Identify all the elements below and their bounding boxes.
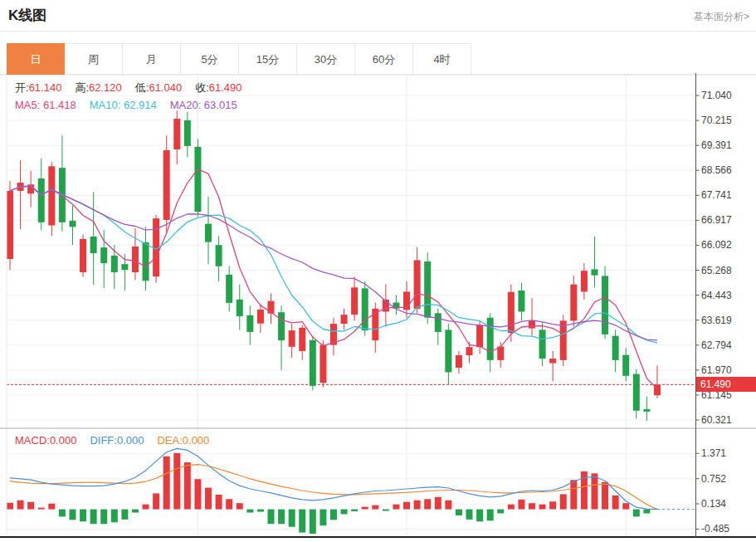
- macd-readout: MACD:0.000: [15, 434, 76, 447]
- svg-text:69.391: 69.391: [701, 139, 732, 151]
- close-readout: 收:61.490: [195, 81, 241, 95]
- dea-readout: DEA:0.000: [157, 434, 209, 447]
- svg-text:67.741: 67.741: [701, 189, 732, 201]
- svg-text:66.917: 66.917: [701, 214, 732, 226]
- svg-text:71.040: 71.040: [701, 90, 732, 101]
- tab-15min[interactable]: 15分: [239, 43, 297, 75]
- svg-text:60.321: 60.321: [701, 414, 732, 426]
- open-readout: 开:61.140: [15, 81, 61, 95]
- ma5-readout: MA5: 61.418: [15, 99, 76, 111]
- tab-5min[interactable]: 5分: [181, 43, 239, 75]
- ohlc-readout: 开:61.140 高:62.120 低:61.040 收:61.490: [15, 81, 242, 95]
- svg-text:1.371: 1.371: [701, 447, 726, 459]
- period-tabs: 日 周 月 5分 15分 30分 60分 4时: [7, 43, 471, 75]
- svg-text:70.215: 70.215: [701, 115, 732, 126]
- high-readout: 高:62.120: [75, 81, 121, 95]
- tab-month[interactable]: 月: [123, 43, 181, 75]
- diff-readout: DIFF:0.000: [90, 434, 144, 447]
- tab-week[interactable]: 周: [65, 43, 123, 75]
- svg-text:-0.485: -0.485: [701, 523, 729, 535]
- ma10-readout: MA10: 62.914: [90, 99, 157, 111]
- tab-day[interactable]: 日: [7, 43, 65, 75]
- svg-text:65.268: 65.268: [701, 265, 732, 276]
- ma20-readout: MA20: 63.015: [170, 99, 237, 111]
- svg-text:0.134: 0.134: [701, 498, 726, 510]
- svg-text:66.092: 66.092: [701, 239, 732, 251]
- tab-30min[interactable]: 30分: [297, 43, 355, 75]
- svg-text:63.619: 63.619: [701, 315, 732, 326]
- macd-legend: MACD:0.000 DIFF:0.000 DEA:0.000: [15, 434, 209, 447]
- ma-legend: MA5: 61.418 MA10: 62.914 MA20: 63.015: [15, 99, 237, 111]
- tab-60min[interactable]: 60分: [355, 43, 413, 75]
- svg-text:68.566: 68.566: [701, 164, 732, 176]
- tab-4hour[interactable]: 4时: [413, 43, 471, 75]
- svg-text:62.794: 62.794: [701, 339, 732, 351]
- last-price-badge: 61.490: [696, 377, 756, 392]
- low-readout: 低:61.040: [135, 81, 182, 95]
- svg-text:0.752: 0.752: [701, 473, 726, 485]
- svg-text:64.443: 64.443: [701, 290, 732, 301]
- svg-text:61.970: 61.970: [701, 364, 732, 376]
